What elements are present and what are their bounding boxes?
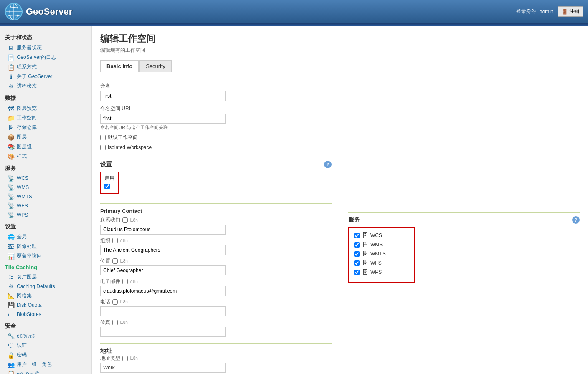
contact-field-org: 组织 i18n	[100, 237, 332, 255]
name-input[interactable]	[100, 91, 226, 101]
sidebar-item-wmts[interactable]: 📡 WMTS	[0, 192, 91, 201]
sidebar-item-wfs[interactable]: 📡 WFS	[0, 201, 91, 210]
sidebar-item-server-status[interactable]: 🖥 服务器状态	[0, 43, 91, 53]
service-wms-checkbox[interactable]	[354, 242, 360, 248]
sidebar-item-global[interactable]: 🌐 全局	[0, 232, 91, 242]
address-section-title: 地址	[100, 347, 332, 355]
layers-icon: 📦	[8, 134, 14, 141]
service-item-wms: 🗄 WMS	[354, 241, 409, 248]
fax-i18n-checkbox[interactable]	[112, 320, 118, 325]
position-i18n-label: i18n	[120, 259, 128, 263]
tab-basic-info[interactable]: Basic Info	[100, 60, 139, 72]
service-wmts-label: WMTS	[370, 251, 386, 257]
enabled-checkbox[interactable]	[104, 184, 110, 189]
sidebar-item-stores[interactable]: 🗄 存储仓库	[0, 123, 91, 132]
namespace-uri-input[interactable]	[100, 114, 226, 124]
sidebar-item-wms[interactable]: 📡 WMS	[0, 183, 91, 192]
sidebar-item-blobstores[interactable]: 🗃 BlobStores	[0, 310, 91, 319]
sidebar-item-workspaces[interactable]: 📁 工作空间	[0, 113, 91, 123]
sidebar-item-auth[interactable]: 🛡 认证	[0, 341, 91, 350]
sidebar-item-label: GeoServer的日志	[17, 54, 56, 61]
sidebar-item-layer-preview[interactable]: 🗺 图层预览	[0, 104, 91, 113]
wcs-icon: 📡	[8, 175, 14, 182]
service-wfs-checkbox[interactable]	[354, 260, 360, 266]
service-item-wps: 🗄 WPS	[354, 269, 409, 275]
settings-help-icon[interactable]: ?	[324, 161, 332, 168]
position-input[interactable]	[100, 265, 226, 275]
sidebar-item-disk-quota[interactable]: 💾 Disk Quota	[0, 301, 91, 310]
sidebar-item-process[interactable]: ⚙ 进程状态	[0, 81, 91, 91]
sidebar-item-tile-layers[interactable]: 🗂 切片图层	[0, 272, 91, 282]
name-label: 命名	[100, 83, 332, 90]
address-type-i18n-checkbox[interactable]	[122, 356, 128, 361]
service-item-wmts: 🗄 WMTS	[354, 250, 409, 257]
sidebar-item-label: 样式	[17, 153, 27, 160]
isolated-workspace-checkbox[interactable]	[100, 145, 106, 150]
sidebar-item-gridsets[interactable]: 📐 网格集	[0, 291, 91, 301]
org-input[interactable]	[100, 245, 226, 255]
sidebar-item-layers[interactable]: 📦 图层	[0, 132, 91, 142]
default-workspace-checkbox[interactable]	[100, 135, 106, 140]
contact-i18n-checkbox[interactable]	[122, 217, 128, 223]
layout: 关于和状态 🖥 服务器状态 📄 GeoServer的日志 📋 联系方式 ℹ 关于…	[0, 26, 588, 374]
sidebar-item-sec4[interactable]: 📋 æ°□ºæ□®	[0, 369, 91, 374]
service-wmts-icon: 🗄	[362, 250, 368, 257]
sidebar-item-passwords[interactable]: 🔒 密码	[0, 350, 91, 360]
phone-i18n-checkbox[interactable]	[112, 299, 118, 305]
sidebar-item-label: 用户、组、角色	[17, 361, 52, 368]
form-section: 命名 命名空间 URI 命名空间URI与这个工作空间关联 默认工作空间 Isol…	[100, 78, 580, 374]
contact-field-fax: 传真 i18n	[100, 319, 332, 337]
contact-field-phone: 电话 i18n	[100, 298, 332, 316]
form-left: 命名 命名空间 URI 命名空间URI与这个工作空间关联 默认工作空间 Isol…	[100, 78, 332, 374]
passwords-icon: 🔒	[8, 352, 14, 359]
phone-input[interactable]	[100, 306, 226, 316]
header-stripe	[0, 23, 588, 26]
sidebar-item-label: 联系方式	[17, 63, 37, 71]
contact-input[interactable]	[100, 225, 226, 235]
sidebar-section-data: 数据	[0, 91, 91, 104]
sidebar-item-styles[interactable]: 🎨 样式	[0, 152, 91, 161]
sidebar-item-layer-groups[interactable]: 📚 图层组	[0, 142, 91, 152]
sidebar-item-security-settings[interactable]: 🔧 è®¾½®	[0, 331, 91, 341]
org-i18n-checkbox[interactable]	[112, 238, 118, 243]
layer-preview-icon: 🗺	[8, 105, 14, 112]
service-wps-checkbox[interactable]	[354, 270, 360, 275]
sidebar-item-label: è®¾½®	[17, 333, 35, 339]
sidebar-item-label: 网格集	[17, 292, 32, 299]
header-right: 登录身份 admin. 🚪 注销	[516, 6, 583, 17]
contact-label: 联系我们	[100, 217, 120, 224]
sidebar-item-wcs[interactable]: 📡 WCS	[0, 174, 91, 183]
service-wps-icon: 🗄	[362, 269, 368, 275]
email-input[interactable]	[100, 286, 226, 296]
logout-button[interactable]: 🚪 注销	[558, 6, 583, 17]
sidebar-item-wps[interactable]: 📡 WPS	[0, 210, 91, 220]
sidebar-item-users-groups-roles[interactable]: 👥 用户、组、角色	[0, 360, 91, 369]
logout-label: 注销	[569, 8, 579, 15]
sidebar-item-label: WFS	[17, 203, 28, 209]
namespace-uri-label: 命名空间 URI	[100, 105, 332, 112]
sidebar-item-coverage-access[interactable]: 📊 覆盖率访问	[0, 251, 91, 261]
email-i18n-checkbox[interactable]	[122, 279, 128, 284]
gridsets-icon: 📐	[8, 293, 14, 299]
position-i18n-checkbox[interactable]	[112, 258, 118, 264]
services-help-icon[interactable]: ?	[572, 216, 580, 224]
namespace-hint: 命名空间URI与这个工作空间关联	[100, 124, 332, 131]
sidebar-item-caching-defaults[interactable]: ⚙ Caching Defaults	[0, 282, 91, 291]
sidebar-item-logs[interactable]: 📄 GeoServer的日志	[0, 53, 91, 62]
sec4-icon: 📋	[8, 371, 14, 374]
sidebar-item-label: 图层	[17, 134, 27, 141]
tabs: Basic Info Security	[100, 60, 580, 72]
service-wcs-label: WCS	[370, 232, 382, 238]
service-wcs-checkbox[interactable]	[354, 233, 360, 238]
tab-security[interactable]: Security	[139, 60, 172, 72]
service-wmts-checkbox[interactable]	[354, 251, 360, 257]
sidebar-item-contact[interactable]: 📋 联系方式	[0, 62, 91, 72]
sidebar-item-label: 关于 GeoServer	[17, 73, 52, 80]
caching-icon: ⚙	[8, 283, 14, 290]
sidebar-item-label: WCS	[17, 175, 28, 181]
address-type-input[interactable]	[100, 363, 226, 373]
sidebar-item-about[interactable]: ℹ 关于 GeoServer	[0, 72, 91, 81]
fax-input[interactable]	[100, 327, 226, 337]
sidebar-item-image-processing[interactable]: 🖼 图像处理	[0, 242, 91, 251]
user-label: 登录身份	[516, 8, 536, 15]
